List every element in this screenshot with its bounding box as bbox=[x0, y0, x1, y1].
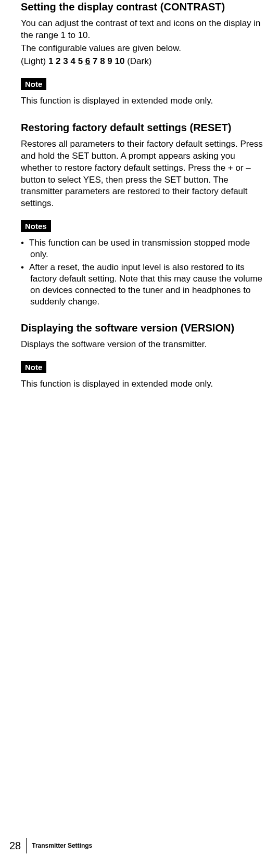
page-footer: 28 Transmitter Settings bbox=[9, 838, 92, 853]
version-note-text: This function is displayed in extended m… bbox=[21, 378, 269, 390]
reset-note-1: This function can be used in transmissio… bbox=[21, 237, 269, 260]
notes-badge: Notes bbox=[21, 220, 51, 232]
contrast-default-value: 6 bbox=[85, 56, 90, 66]
contrast-numbers-pre: 1 2 3 4 5 bbox=[48, 56, 85, 66]
contrast-values-line: (Light) 1 2 3 4 5 6 7 8 9 10 (Dark) bbox=[21, 56, 269, 68]
contrast-numbers-post: 7 8 9 10 bbox=[90, 56, 124, 66]
contrast-dark-label: (Dark) bbox=[124, 56, 151, 66]
heading-version: Displaying the software version (VERSION… bbox=[21, 321, 269, 335]
contrast-light-label: (Light) bbox=[21, 56, 48, 66]
reset-note-2: After a reset, the audio input level is … bbox=[21, 262, 269, 308]
heading-reset: Restoring factory default settings (RESE… bbox=[21, 121, 269, 134]
version-body: Displays the software version of the tra… bbox=[21, 339, 269, 351]
footer-title: Transmitter Settings bbox=[32, 842, 92, 849]
note-badge: Note bbox=[21, 78, 46, 90]
contrast-note-text: This function is displayed in extended m… bbox=[21, 95, 269, 107]
contrast-body-2: The configurable values are given below. bbox=[21, 43, 269, 55]
contrast-body-1: You can adjust the contrast of text and … bbox=[21, 18, 269, 42]
footer-divider bbox=[26, 838, 27, 853]
note-badge-version: Note bbox=[21, 361, 46, 373]
reset-body: Restores all parameters to their factory… bbox=[21, 138, 269, 210]
reset-notes-list: This function can be used in transmissio… bbox=[21, 237, 269, 308]
page-number: 28 bbox=[9, 840, 26, 852]
heading-contrast: Setting the display contrast (CONTRAST) bbox=[21, 0, 269, 14]
